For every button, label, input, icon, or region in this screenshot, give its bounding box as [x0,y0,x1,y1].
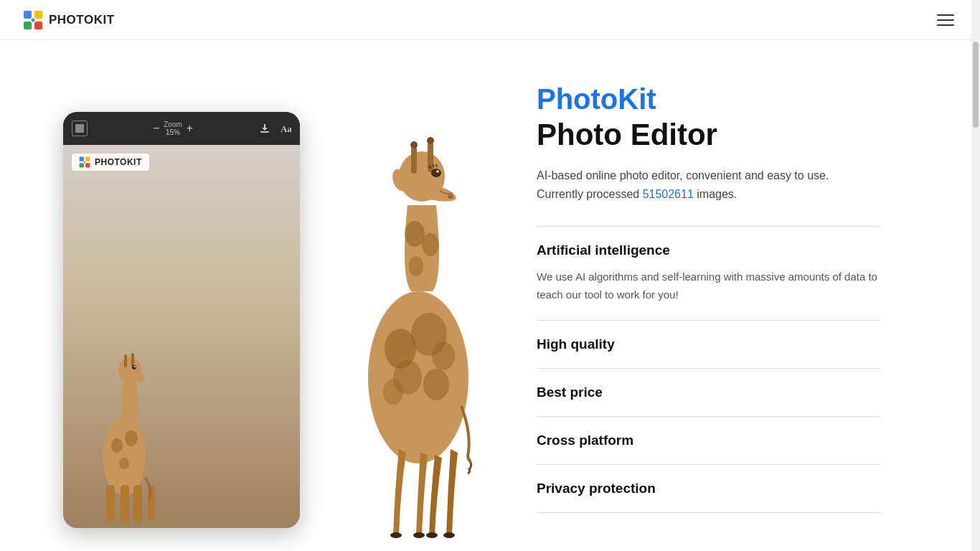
feature-title-privacy: Privacy protection [537,481,881,496]
svg-point-49 [423,369,449,400]
main-content: − Zoom 15% + [0,40,980,551]
svg-rect-6 [260,131,269,133]
logo-area[interactable]: PHOTOKIT [23,10,115,30]
feature-title-ai: Artificial intelligence [537,242,881,258]
svg-rect-9 [122,381,138,460]
svg-point-5 [32,18,35,22]
svg-point-14 [132,365,136,369]
svg-point-21 [125,430,138,446]
svg-rect-19 [148,485,155,521]
svg-point-20 [111,438,123,453]
description-suffix: images. [694,188,737,200]
svg-rect-26 [80,163,84,167]
hamburger-line-1 [937,14,954,16]
info-section: PhotoKit Photo Editor AI-based online ph… [522,69,946,551]
phone-logo-icon [79,156,90,168]
feature-item-ai[interactable]: Artificial intelligence We use AI algori… [537,227,881,321]
svg-rect-16 [106,485,115,524]
phone-mockup: − Zoom 15% + [63,112,300,528]
svg-point-38 [431,169,441,177]
svg-rect-2 [24,22,32,29]
svg-point-52 [390,532,402,538]
zoom-minus[interactable]: − [153,122,159,135]
phone-logo-text: PHOTOKIT [95,157,142,167]
zoom-label: Zoom [164,121,182,128]
svg-point-34 [410,141,418,149]
toolbar-right: Aa [258,122,291,135]
phone-logo-overlay: PHOTOKIT [72,154,149,171]
svg-point-43 [405,221,425,247]
phone-toolbar: − Zoom 15% + [63,112,300,145]
hamburger-menu[interactable] [934,11,957,29]
svg-text:Aa: Aa [281,123,291,134]
page-title: Photo Editor [537,118,946,152]
image-section: − Zoom 15% + [34,69,522,551]
svg-rect-18 [133,485,142,524]
svg-point-45 [409,256,423,276]
scrollbar[interactable] [971,0,980,551]
phone-toolbar-left [72,121,88,136]
svg-point-11 [131,372,145,382]
description: AI-based online photo editor, convenient… [537,166,852,203]
features-list: Artificial intelligence We use AI algori… [537,226,881,513]
svg-rect-24 [80,157,84,161]
svg-point-15 [134,366,136,367]
feature-item-price[interactable]: Best price [537,369,881,417]
brand-title: PhotoKit [537,83,946,115]
phone-giraffe-svg [85,313,171,528]
svg-point-44 [422,233,439,256]
toolbar-image-icon [72,121,88,136]
svg-rect-17 [121,485,129,524]
svg-point-50 [383,379,403,405]
feature-title-quality: High quality [537,336,881,352]
feature-body-ai: We use AI algorithms and self-learning w… [537,268,881,320]
svg-rect-1 [34,11,42,19]
svg-rect-23 [85,521,171,528]
download-icon[interactable] [258,122,271,135]
text-icon[interactable]: Aa [278,122,291,135]
feature-item-platform[interactable]: Cross platform [537,417,881,465]
zoom-value: 15% [164,128,182,136]
zoom-plus[interactable]: + [187,122,193,135]
svg-point-53 [413,532,425,538]
svg-point-22 [119,458,129,469]
svg-rect-13 [131,353,134,367]
scrollbar-thumb[interactable] [973,42,979,128]
svg-point-54 [426,532,438,538]
phone-content: PHOTOKIT [63,145,300,528]
svg-rect-33 [411,146,417,174]
svg-point-55 [443,532,455,538]
svg-point-51 [432,342,455,370]
feature-item-privacy[interactable]: Privacy protection [537,465,881,513]
svg-point-29 [84,161,85,163]
logo-text: PHOTOKIT [49,13,115,27]
svg-point-32 [448,194,453,199]
feature-title-price: Best price [537,385,881,400]
zoom-control[interactable]: − Zoom 15% + [153,121,193,136]
svg-point-36 [427,137,434,144]
zoom-controls-row: − Zoom 15% + [153,121,193,136]
svg-rect-0 [24,11,32,19]
svg-point-39 [436,170,439,173]
svg-rect-3 [34,22,42,29]
svg-rect-12 [124,354,127,367]
large-giraffe-svg [336,62,508,550]
hamburger-line-2 [937,19,954,21]
feature-title-platform: Cross platform [537,433,881,448]
toolbar-icon-inner [75,124,84,133]
processed-count: 51502611 [643,188,694,200]
hamburger-line-3 [937,24,954,26]
svg-rect-27 [85,163,90,167]
header: PHOTOKIT [0,0,980,40]
svg-line-42 [436,164,437,167]
feature-item-quality[interactable]: High quality [537,321,881,369]
svg-rect-25 [85,157,90,161]
logo-icon [23,10,43,30]
